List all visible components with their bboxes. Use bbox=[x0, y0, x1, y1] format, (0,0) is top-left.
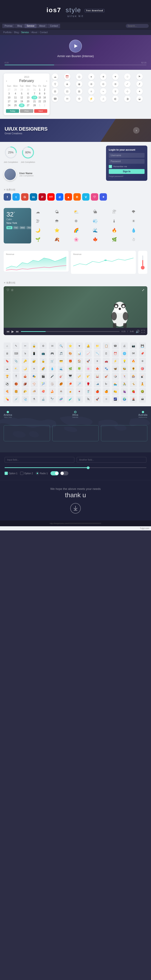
social-icon-4[interactable]: P bbox=[39, 193, 46, 200]
cal-day[interactable]: 8 bbox=[38, 92, 42, 95]
big-icon-55[interactable]: 🌿 bbox=[67, 365, 74, 372]
big-icon-116[interactable]: 🔬 bbox=[40, 396, 47, 402]
cb-box-1[interactable]: ✓ bbox=[5, 472, 8, 475]
weather-icon-7[interactable]: 🌨 bbox=[53, 217, 61, 225]
big-icon-27[interactable]: 🗓 bbox=[103, 350, 110, 357]
big-icon-70[interactable]: 🎸 bbox=[58, 373, 65, 380]
big-icon-45[interactable]: 💡 bbox=[121, 358, 128, 364]
big-icon-121[interactable]: 🛰 bbox=[85, 396, 92, 402]
big-icon-3[interactable]: 🔒 bbox=[31, 342, 38, 349]
icon-item-16[interactable]: ⊞ bbox=[52, 88, 58, 95]
big-icon-35[interactable]: 🔐 bbox=[31, 358, 38, 364]
social-icon-1[interactable]: t bbox=[13, 193, 20, 200]
vc-progress-bar[interactable] bbox=[21, 331, 120, 332]
big-icon-4[interactable]: ⚙ bbox=[40, 342, 47, 349]
weather-icon-12[interactable]: 🌙 bbox=[34, 226, 42, 234]
cal-day[interactable]: 27 bbox=[6, 88, 12, 92]
cal-day[interactable]: 16 bbox=[42, 95, 47, 100]
vc-fullscreen-btn[interactable]: ⛶ bbox=[142, 329, 145, 333]
cal-day[interactable]: 1 bbox=[38, 103, 42, 107]
toggle-off[interactable] bbox=[60, 471, 68, 476]
icon-item-8[interactable]: ⚲ bbox=[52, 81, 58, 87]
big-icon-11[interactable]: 📋 bbox=[103, 342, 110, 349]
big-icon-29[interactable]: 🌐 bbox=[121, 350, 128, 357]
big-icon-8[interactable]: ♥ bbox=[76, 342, 83, 349]
big-icon-94[interactable]: 🤸 bbox=[130, 380, 137, 387]
big-icon-44[interactable]: ⚡ bbox=[112, 358, 119, 364]
cal-prev-month-btn[interactable]: Prev bbox=[20, 109, 33, 113]
big-icon-16[interactable]: 🖥 bbox=[4, 350, 11, 357]
big-icon-34[interactable]: 🔑 bbox=[22, 358, 29, 364]
big-icon-101[interactable]: 🍰 bbox=[49, 388, 56, 395]
icon-item-5[interactable]: ♥ bbox=[112, 73, 119, 80]
big-icon-42[interactable]: ✈ bbox=[94, 358, 101, 364]
big-icon-10[interactable]: 📁 bbox=[94, 342, 101, 349]
big-icon-124[interactable]: 🌌 bbox=[112, 396, 119, 402]
social-icon-3[interactable]: in bbox=[30, 193, 37, 200]
big-icon-86[interactable]: 🏉 bbox=[58, 380, 65, 387]
big-icon-22[interactable]: 🎵 bbox=[58, 350, 65, 357]
big-icon-105[interactable]: 🥤 bbox=[85, 388, 92, 395]
social-icon-7[interactable]: ▲ bbox=[65, 193, 72, 200]
social-icon-9[interactable]: V bbox=[82, 193, 90, 200]
big-icon-63[interactable]: 🎯 bbox=[139, 365, 146, 372]
weather-icon-21[interactable]: 🍁 bbox=[91, 235, 99, 243]
weather-icon-11[interactable]: ☀ bbox=[130, 217, 137, 225]
big-icon-112[interactable]: 💊 bbox=[4, 396, 11, 402]
big-icon-7[interactable]: ⭐ bbox=[67, 342, 74, 349]
cal-day[interactable]: 3 bbox=[6, 92, 12, 95]
big-icon-6[interactable]: 🔍 bbox=[58, 342, 65, 349]
bc-about[interactable]: About bbox=[31, 31, 37, 33]
big-icon-95[interactable]: 🧘 bbox=[139, 380, 146, 387]
weather-icon-18[interactable]: 🌱 bbox=[34, 235, 42, 243]
weather-icon-14[interactable]: 🌈 bbox=[72, 226, 80, 234]
weather-icon-6[interactable]: 🌫 bbox=[34, 217, 42, 225]
weather-icon-19[interactable]: 🍂 bbox=[53, 235, 61, 243]
big-icon-74[interactable]: 🥁 bbox=[94, 373, 101, 380]
big-icon-20[interactable]: 📺 bbox=[40, 350, 47, 357]
cal-day[interactable]: 13 bbox=[25, 95, 31, 100]
icon-item-6[interactable]: ☆ bbox=[124, 73, 131, 80]
icon-item-30[interactable]: ◑ bbox=[124, 95, 131, 102]
big-icon-111[interactable]: 🥝 bbox=[139, 388, 146, 395]
big-icon-53[interactable]: 💧 bbox=[49, 365, 56, 372]
big-icon-102[interactable]: ☕ bbox=[58, 388, 65, 395]
vc-volume-btn[interactable]: 🔊 bbox=[135, 329, 140, 333]
cal-day[interactable]: 11 bbox=[12, 95, 19, 100]
weather-icon-13[interactable]: ⭐ bbox=[53, 226, 61, 234]
weather-icon-10[interactable]: 🌡 bbox=[110, 217, 118, 225]
big-icon-14[interactable]: 📷 bbox=[130, 342, 137, 349]
big-icon-31[interactable]: 📌 bbox=[139, 350, 146, 357]
cal-day[interactable]: 24 bbox=[6, 103, 12, 107]
cal-day[interactable]: 28 bbox=[12, 88, 19, 92]
big-icon-54[interactable]: 🌊 bbox=[58, 365, 65, 372]
vc-prev-btn[interactable]: ⏮ bbox=[6, 329, 9, 333]
big-icon-33[interactable]: 📎 bbox=[13, 358, 19, 364]
checkbox-1[interactable]: ✓ Option 1 bbox=[5, 472, 17, 475]
social-icon-5[interactable]: YT bbox=[47, 193, 55, 200]
big-icon-123[interactable]: ⚛ bbox=[103, 396, 110, 402]
weather-icon-3[interactable]: 🌦 bbox=[91, 208, 99, 216]
weather-icon-2[interactable]: ⛅ bbox=[72, 208, 80, 216]
big-icon-107[interactable]: 🍊 bbox=[103, 388, 110, 395]
map-pin-australia[interactable]: Australia Melbourne bbox=[138, 411, 147, 418]
icon-item-24[interactable]: ☎ bbox=[52, 95, 58, 102]
cal-day[interactable]: 22 bbox=[38, 100, 42, 103]
big-icon-104[interactable]: 🍷 bbox=[76, 388, 83, 395]
cal-next-month-btn[interactable]: Next bbox=[34, 109, 47, 113]
cal-day[interactable]: 9 bbox=[42, 92, 47, 95]
big-icon-36[interactable]: 🔓 bbox=[40, 358, 47, 364]
big-icon-115[interactable]: ⚗ bbox=[31, 396, 38, 402]
icon-item-12[interactable]: ⊖ bbox=[100, 81, 107, 87]
radio-1[interactable]: Radio 1 bbox=[36, 472, 48, 475]
icon-item-23[interactable]: ✦ bbox=[136, 88, 143, 95]
big-icon-117[interactable]: 🔭 bbox=[49, 396, 56, 402]
slider-track[interactable] bbox=[5, 467, 146, 468]
big-icon-61[interactable]: 🐝 bbox=[121, 365, 128, 372]
big-icon-65[interactable]: 🎖 bbox=[13, 373, 19, 380]
cal-day[interactable]: 15 bbox=[38, 95, 42, 100]
weather-icon-1[interactable]: 🌤 bbox=[53, 208, 61, 216]
big-icon-99[interactable]: 🍜 bbox=[31, 388, 38, 395]
nav-tab-4[interactable]: Contact bbox=[48, 24, 60, 28]
icon-item-26[interactable]: ⚙ bbox=[76, 95, 82, 102]
